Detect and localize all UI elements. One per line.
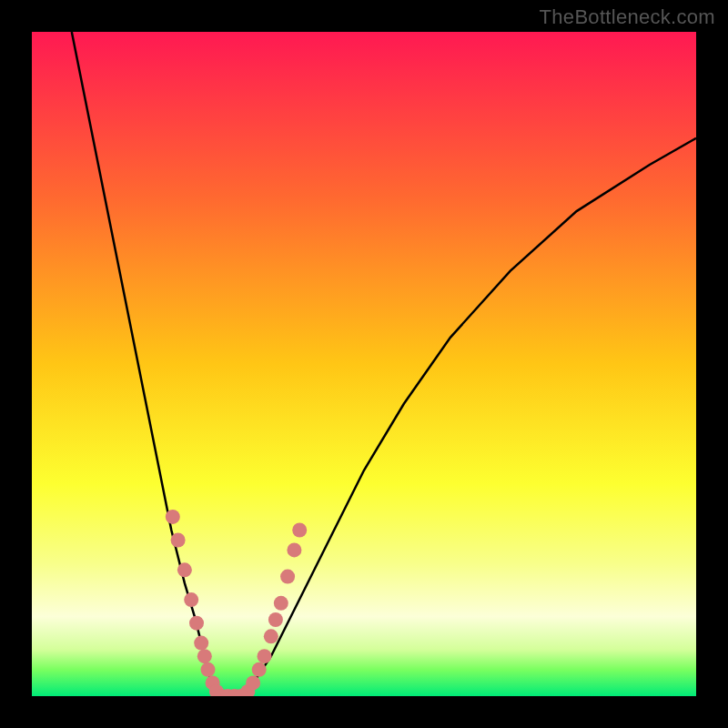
right-branch-marker xyxy=(274,596,288,611)
right-branch-marker xyxy=(292,523,307,538)
left-branch-marker xyxy=(194,636,208,651)
left-branch-marker xyxy=(177,562,192,577)
curves-and-markers xyxy=(32,32,696,696)
left-branch-marker xyxy=(201,662,216,677)
right-branch-marker xyxy=(264,629,278,643)
plot-area xyxy=(32,32,696,696)
left-branch-marker xyxy=(171,533,186,548)
curve-right-curve xyxy=(238,138,696,696)
left-branch-marker xyxy=(166,510,180,524)
left-branch-marker xyxy=(189,616,204,631)
left-branch-marker xyxy=(184,592,198,607)
right-branch-marker xyxy=(246,675,260,690)
curve-left-curve xyxy=(72,32,221,696)
right-branch-marker xyxy=(268,612,283,627)
left-branch-marker xyxy=(197,649,212,663)
right-branch-marker xyxy=(287,542,301,557)
right-branch-marker xyxy=(280,570,295,584)
chart-container: TheBottleneck.com xyxy=(0,0,728,728)
watermark-text: TheBottleneck.com xyxy=(540,5,715,29)
right-branch-marker xyxy=(252,662,267,677)
right-branch-marker xyxy=(258,649,272,663)
